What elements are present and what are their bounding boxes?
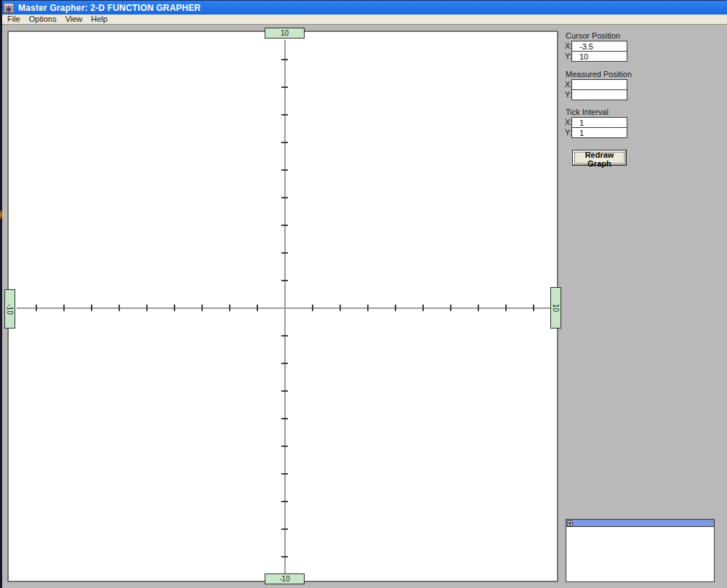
y-axis-tick [281, 446, 288, 447]
y-axis-tick [281, 252, 288, 254]
axis-limit-bottom[interactable]: -10 [265, 573, 305, 584]
x-axis-tick [478, 305, 479, 311]
measured-position-title: Measured Position [566, 70, 632, 78]
y-axis-tick [281, 59, 288, 60]
graph-canvas[interactable] [7, 31, 558, 582]
x-axis-tick [174, 305, 175, 311]
y-axis-tick [281, 225, 288, 226]
tick-interval-title: Tick Interval [566, 108, 608, 116]
x-axis-tick [91, 305, 92, 311]
y-axis-tick [281, 556, 288, 557]
measured-x-input[interactable] [571, 79, 627, 90]
x-axis-tick [257, 305, 258, 311]
x-axis-tick [63, 305, 65, 311]
x-axis-tick [201, 305, 203, 311]
axis-limit-left[interactable]: -10 [4, 289, 15, 329]
y-axis-tick [281, 418, 288, 419]
window-left-border [0, 0, 2, 588]
y-axis-tick [281, 501, 288, 502]
y-axis-tick [281, 280, 288, 281]
y-axis-tick [281, 528, 288, 530]
x-axis-line [17, 307, 553, 309]
function-list-window[interactable] [566, 519, 715, 582]
function-list-titlebar[interactable] [566, 520, 714, 527]
menu-file[interactable]: File [3, 15, 25, 24]
title-bar[interactable]: Master Grapher: 2-D FUNCTION GRAPHER [0, 0, 727, 15]
y-axis-tick [281, 335, 288, 337]
tick-interval-x-input[interactable] [571, 117, 627, 128]
axis-limit-top-text: 10 [281, 29, 289, 37]
cursor-x-input[interactable] [571, 41, 627, 52]
axis-limit-bottom-text: -10 [279, 575, 289, 583]
x-axis-tick [312, 305, 313, 311]
x-axis-tick [36, 305, 37, 311]
menu-options[interactable]: Options [25, 15, 61, 24]
cursor-position-title: Cursor Position [566, 31, 620, 40]
x-axis-tick [146, 305, 148, 311]
menu-bar: File Options View Help [0, 15, 727, 25]
axis-limit-right[interactable]: 10 [550, 287, 561, 329]
cursor-y-input[interactable] [571, 51, 627, 62]
menu-help[interactable]: Help [87, 15, 112, 24]
axis-limit-right-text: 10 [552, 304, 560, 312]
tick-interval-y-input[interactable] [571, 127, 627, 138]
y-axis-tick [281, 197, 288, 198]
app-window: Master Grapher: 2-D FUNCTION GRAPHER Fil… [0, 0, 727, 588]
x-axis-tick [340, 305, 341, 311]
y-axis-tick [281, 473, 288, 475]
x-axis-tick [533, 305, 534, 311]
menu-view[interactable]: View [61, 15, 87, 24]
y-axis-tick [281, 114, 288, 116]
x-axis-tick [450, 305, 451, 311]
y-axis-tick [281, 390, 288, 392]
axis-limit-left-text: -10 [6, 304, 14, 314]
y-axis-tick [281, 142, 288, 143]
window-border-artifact [0, 211, 2, 219]
y-axis-tick [281, 86, 288, 88]
x-axis-tick [119, 305, 120, 311]
x-axis-tick [395, 305, 396, 311]
y-axis-tick [281, 363, 288, 364]
x-axis-tick [422, 305, 424, 311]
x-axis-tick [367, 305, 369, 311]
y-axis-tick [281, 169, 288, 171]
measured-y-input[interactable] [571, 89, 627, 100]
redraw-graph-button[interactable]: Redraw Graph [572, 150, 627, 166]
axis-limit-top[interactable]: 10 [265, 28, 305, 39]
x-axis-tick [229, 305, 230, 311]
x-axis-tick [505, 305, 507, 311]
window-title: Master Grapher: 2-D FUNCTION GRAPHER [18, 3, 201, 13]
graph-asterisk-icon [4, 3, 14, 13]
system-menu-icon[interactable] [567, 520, 573, 526]
